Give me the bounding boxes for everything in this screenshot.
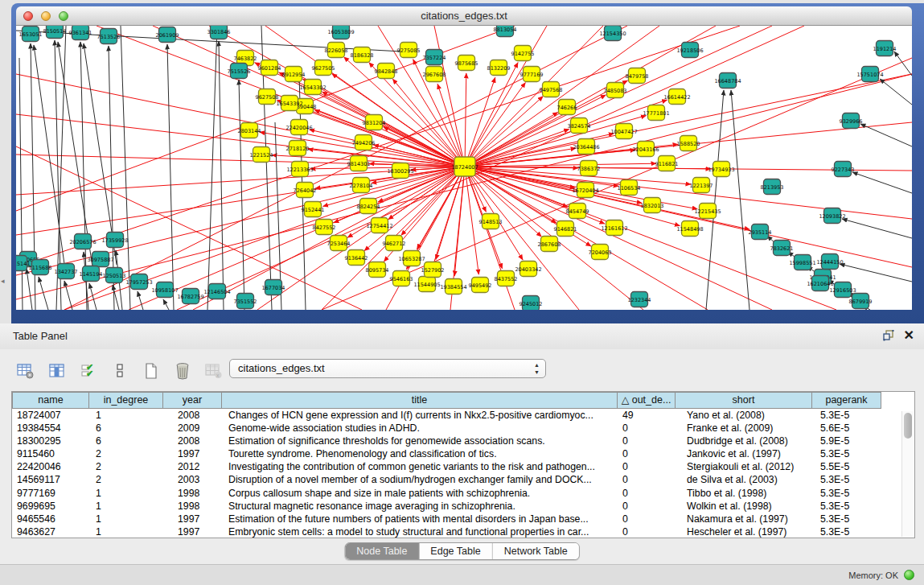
network-node[interactable]: 9462712 xyxy=(383,236,406,251)
network-node[interactable]: 9546163 xyxy=(390,271,413,286)
table-selector[interactable]: citations_edges.txt ▲▼ xyxy=(229,359,546,378)
table-cell[interactable]: Structural magnetic resonance image aver… xyxy=(222,500,618,513)
network-node[interactable]: 8454749 xyxy=(566,204,589,219)
table-cell[interactable]: 5.3E-5 xyxy=(812,473,881,486)
network-node[interactable]: 9142755 xyxy=(511,46,535,61)
network-node[interactable]: 10653287 xyxy=(398,251,425,266)
table-cell[interactable]: Tourette syndrome. Phenomenology and cla… xyxy=(222,447,618,460)
table-cell[interactable]: 2012 xyxy=(163,460,222,473)
network-node[interactable]: 9777169 xyxy=(520,67,544,82)
network-node[interactable]: 9361341 xyxy=(69,26,92,40)
table-cell[interactable]: Investigating the contribution of common… xyxy=(222,460,618,473)
table-cell[interactable]: Tibbo et al. (1998) xyxy=(676,487,812,500)
table-cell[interactable]: 5.3E-5 xyxy=(812,447,881,460)
table-cell[interactable]: 0 xyxy=(618,487,676,500)
table-cell[interactable]: 9463627 xyxy=(12,525,89,538)
table-cell[interactable]: 1997 xyxy=(163,513,222,525)
network-node[interactable]: 8824254 xyxy=(357,199,380,214)
table-cell[interactable]: 0 xyxy=(618,473,676,486)
network-node[interactable]: 10047427 xyxy=(610,124,637,139)
network-node[interactable]: 8095734 xyxy=(366,262,389,278)
table-cell[interactable]: Disruption of a novel member of a sodium… xyxy=(222,473,618,486)
table-cell[interactable]: 9115460 xyxy=(12,447,89,460)
table-cell[interactable]: 49 xyxy=(618,409,676,422)
table-cell[interactable]: Dudbridge et al. (2008) xyxy=(676,435,812,447)
table-cell[interactable]: 5.9E-5 xyxy=(812,435,881,447)
network-node[interactable]: 3301846 xyxy=(207,26,231,39)
network-node[interactable]: 9814301 xyxy=(347,156,371,171)
tab-node-table[interactable]: Node Table xyxy=(345,543,419,559)
table-settings-icon[interactable] xyxy=(16,361,35,381)
split-panel-icon[interactable] xyxy=(110,361,129,381)
network-node[interactable]: 20364486 xyxy=(573,139,599,154)
table-cell[interactable]: 1997 xyxy=(163,525,222,538)
table-cell[interactable]: 1 xyxy=(89,525,163,538)
network-node[interactable]: 8186328 xyxy=(351,47,374,63)
table-cell[interactable]: 0 xyxy=(618,447,676,460)
table-cell[interactable]: Wolkin et al. (1998) xyxy=(676,500,812,513)
table-cell[interactable]: 5.3E-5 xyxy=(812,409,881,422)
network-node[interactable]: 3824574 xyxy=(568,118,591,134)
table-cell[interactable]: 22420046 xyxy=(12,460,89,473)
network-node[interactable]: 1191214 xyxy=(873,41,897,56)
network-node[interactable]: 12444150 xyxy=(816,254,843,270)
table-scrollbar[interactable] xyxy=(901,411,914,537)
table-cell[interactable]: Yano et al. (2008) xyxy=(676,409,812,422)
splitter-collapse-arrow[interactable]: ◂ xyxy=(1,277,5,285)
close-window-button[interactable] xyxy=(23,11,33,21)
table-row[interactable]: 946362711997Embryonic stem cells: a mode… xyxy=(12,525,914,538)
network-node[interactable]: 8813054 xyxy=(494,26,517,37)
network-node[interactable]: 7264042 xyxy=(294,183,317,198)
network-node[interactable]: 7832621 xyxy=(770,241,794,256)
table-row[interactable]: 911546021997Tourette syndrome. Phenomeno… xyxy=(12,447,914,460)
network-node[interactable]: 9152441 xyxy=(302,202,325,217)
column-header-year[interactable]: year xyxy=(163,392,222,409)
network-node[interactable]: 1221397 xyxy=(690,178,713,193)
table-cell[interactable]: 2003 xyxy=(163,473,222,486)
table-cell[interactable]: 5.5E-5 xyxy=(812,460,881,473)
minimize-window-button[interactable] xyxy=(41,11,51,21)
network-node[interactable]: 16614422 xyxy=(663,89,690,105)
table-cell[interactable]: Estimation of significance thresholds fo… xyxy=(222,435,618,447)
table-cell[interactable]: 5.3E-5 xyxy=(812,500,881,513)
network-node[interactable]: 9842848 xyxy=(375,64,398,79)
network-node[interactable]: 7515526 xyxy=(228,64,251,79)
new-column-icon[interactable] xyxy=(142,361,161,381)
table-cell[interactable]: Corpus callosum shape and size in male p… xyxy=(222,487,618,500)
column-header-out_de[interactable]: △ out_de... xyxy=(618,392,676,409)
column-header-name[interactable]: name xyxy=(12,392,89,409)
network-node[interactable]: 1342737 xyxy=(55,264,78,279)
network-node[interactable]: 9875685 xyxy=(455,56,478,71)
network-node[interactable]: 16543302 xyxy=(299,80,326,95)
table-scrollbar-thumb[interactable] xyxy=(904,413,912,439)
network-node[interactable]: 7204063 xyxy=(589,245,612,260)
table-cell[interactable]: 5.6E-5 xyxy=(812,422,881,435)
table-cell[interactable]: 2008 xyxy=(163,409,222,422)
table-cell[interactable]: 5.3E-5 xyxy=(812,525,881,538)
table-cell[interactable]: 2008 xyxy=(163,435,222,447)
table-cell[interactable]: de Silva et al. (2003) xyxy=(676,473,812,486)
table-cell[interactable]: 2 xyxy=(89,447,163,460)
network-node[interactable]: 11548498 xyxy=(676,221,703,237)
table-cell[interactable]: 1998 xyxy=(163,487,222,500)
tab-network-table[interactable]: Network Table xyxy=(493,543,579,559)
network-node[interactable]: 1115686 xyxy=(29,260,52,275)
table-cell[interactable]: 0 xyxy=(618,525,676,538)
network-node[interactable]: 1250513 xyxy=(103,268,126,283)
table-cell[interactable]: 18300295 xyxy=(12,435,89,447)
table-cell[interactable]: 1 xyxy=(89,500,163,513)
select-rows-check-icon[interactable]: ✔ ✔ xyxy=(79,361,98,381)
network-node[interactable]: 9136442 xyxy=(345,250,368,266)
network-node[interactable]: 7494206 xyxy=(352,135,376,150)
network-node[interactable]: 12161612 xyxy=(601,220,627,236)
table-column-select-icon[interactable] xyxy=(47,361,67,381)
network-node[interactable]: 1588520 xyxy=(677,136,700,151)
table-cell[interactable]: Stergiakouli et al. (2012) xyxy=(676,460,812,473)
table-row[interactable]: 1456911722003Disruption of a novel membe… xyxy=(12,473,914,486)
table-cell[interactable]: 9699695 xyxy=(12,500,89,513)
table-row[interactable]: 977716911998Corpus callosum shape and si… xyxy=(12,487,914,500)
network-node[interactable]: 30975887 xyxy=(87,252,113,267)
network-node[interactable]: 8150514 xyxy=(43,26,67,39)
table-cell[interactable]: 1 xyxy=(89,487,163,500)
network-node[interactable]: 1145194 xyxy=(80,266,103,282)
